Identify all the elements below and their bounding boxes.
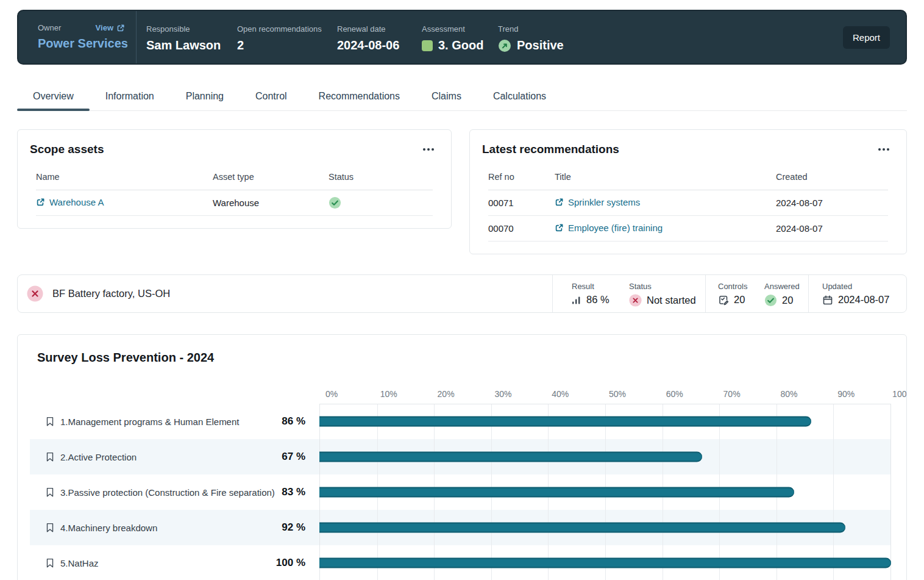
status-check-icon (329, 196, 433, 209)
assessment-value: 3. Good (438, 38, 483, 52)
x-axis-tick: 50% (609, 389, 626, 399)
view-link-label: View (96, 23, 113, 32)
tab-planning[interactable]: Planning (170, 85, 240, 110)
x-axis-tick: 70% (723, 389, 741, 399)
bookmark-icon (44, 521, 55, 534)
latest-recommendations-table: Ref no Title Created 00071 (488, 165, 888, 242)
category-label: 5.NatHaz (60, 558, 99, 568)
bookmark-icon (44, 415, 55, 428)
updated-label: Updated (822, 282, 906, 291)
category-value: 83 % (231, 486, 305, 498)
chart-row: 3.Passive protection (Construction & Fir… (30, 474, 891, 510)
controls-form-icon (718, 295, 729, 306)
asset-status-bar: BF Battery factory, US-OH Result 86 % St… (17, 274, 907, 313)
answered-check-icon (764, 294, 777, 307)
category-label: 1.Management programs & Human Element (60, 417, 239, 427)
answered-metric: Answered 20 (764, 275, 808, 312)
answered-value: 20 (782, 295, 793, 306)
trend-section: Trend Positive (488, 11, 564, 63)
tab-control[interactable]: Control (240, 85, 303, 110)
column-header-status: Status (329, 165, 433, 190)
scope-assets-table: Name Asset type Status (36, 165, 433, 216)
created-cell: 2024-08-07 (776, 216, 888, 242)
category-label: 2.Active Protection (60, 452, 137, 462)
assessment-section: Assessment 3. Good (412, 11, 488, 63)
status-x-icon (629, 294, 642, 307)
x-axis-tick: 30% (494, 389, 511, 399)
scope-assets-title: Scope assets (30, 143, 104, 156)
asset-metrics: Result 86 % Status (552, 275, 906, 312)
column-header-created: Created (776, 165, 888, 190)
x-axis-tick: 0% (325, 389, 338, 399)
column-header-name: Name (36, 165, 213, 190)
latest-recommendations-title: Latest recommendations (482, 143, 619, 156)
renewal-date-label: Renewal date (337, 24, 386, 34)
status-value: Not started (647, 295, 696, 306)
x-axis-tick: 80% (780, 389, 797, 399)
category-value: 86 % (231, 415, 305, 428)
chart-row: 1.Management programs & Human Element86 … (30, 404, 891, 439)
tab-overview[interactable]: Overview (17, 85, 90, 110)
controls-label: Controls (718, 282, 764, 291)
scope-assets-card: Scope assets Name Asset type Status (17, 129, 452, 229)
result-metric: Result 86 % (553, 275, 629, 312)
updated-metric: Updated 2024-08-07 (809, 275, 906, 312)
table-row: 00071 Sprinkler systems 20 (488, 190, 888, 216)
survey-title: Survey Loss Prevention - 2024 (37, 351, 906, 365)
asset-type-cell: Warehouse (213, 190, 329, 216)
report-button[interactable]: Report (843, 26, 890, 49)
tab-recommendations[interactable]: Recommendations (303, 85, 416, 110)
x-axis-tick: 60% (666, 389, 683, 399)
recommendation-link[interactable]: Employee (fire) training (555, 223, 663, 233)
asset-link[interactable]: Warehouse A (36, 197, 104, 207)
result-value: 86 % (586, 294, 609, 306)
status-label: Status (629, 282, 705, 291)
bar (319, 523, 845, 533)
view-link[interactable]: View (96, 23, 125, 32)
open-recommendations-section: Open recommendations 2 (227, 11, 327, 63)
controls-value: 20 (734, 294, 745, 306)
bookmark-icon (44, 486, 55, 498)
column-header-ref-no: Ref no (488, 165, 555, 190)
bar-track (319, 417, 891, 427)
renewal-date-value: 2024-08-06 (337, 38, 412, 52)
tab-calculations[interactable]: Calculations (477, 85, 562, 110)
bar-track (319, 523, 891, 533)
tab-bar: Overview Information Planning Control Re… (17, 85, 907, 111)
table-row: Warehouse A Warehouse (36, 190, 433, 216)
chart-row: 5.NatHaz100 % (30, 545, 891, 580)
x-axis-tick: 40% (552, 389, 569, 399)
chart-row: 4.Machinery breakdown92 % (30, 510, 891, 545)
summary-header: Owner View Power Services Responsible Sa… (17, 10, 907, 65)
bar-track (319, 487, 891, 498)
owner-section: Owner View Power Services (18, 11, 137, 63)
bookmark-icon (44, 557, 55, 569)
category-value: 92 % (231, 521, 305, 534)
external-link-icon (555, 223, 564, 232)
responsible-section: Responsible Sam Lawson (137, 11, 227, 63)
responsible-value: Sam Lawson (146, 38, 227, 52)
updated-value: 2024-08-07 (838, 294, 889, 306)
open-recommendations-value: 2 (237, 38, 327, 52)
calendar-icon (822, 295, 833, 306)
recommendation-link[interactable]: Sprinkler systems (555, 197, 640, 207)
bar (319, 558, 891, 568)
bar (319, 452, 702, 462)
x-axis-tick: 20% (438, 389, 455, 399)
owner-value-link[interactable]: Power Services (38, 37, 125, 51)
tab-information[interactable]: Information (90, 85, 170, 110)
more-options-button[interactable] (877, 145, 890, 154)
result-bars-icon (572, 295, 581, 305)
chart-row: 2.Active Protection67 % (30, 439, 891, 474)
more-options-button[interactable] (422, 145, 435, 154)
table-row: 00070 Employee (fire) training (488, 216, 888, 242)
external-link-icon (116, 24, 125, 32)
renewal-date-section: Renewal date 2024-08-06 (327, 11, 412, 63)
status-x-icon (27, 285, 43, 302)
answered-label: Answered (764, 282, 808, 291)
tab-claims[interactable]: Claims (416, 85, 477, 110)
bar (319, 487, 794, 498)
chart-rows: 1.Management programs & Human Element86 … (18, 404, 906, 580)
external-link-icon (555, 198, 564, 207)
x-axis-tick: 10% (380, 389, 397, 399)
